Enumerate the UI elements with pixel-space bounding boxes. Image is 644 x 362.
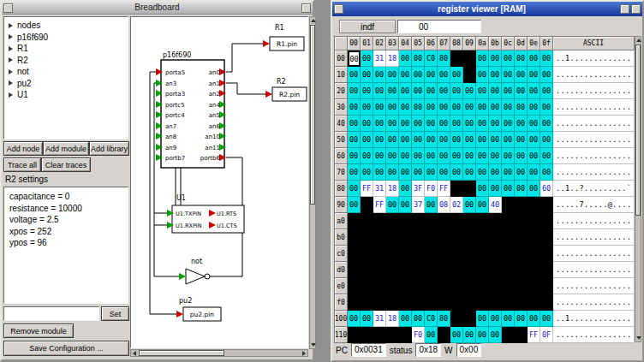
reg-cell[interactable]: 00 (361, 132, 373, 148)
reg-cell[interactable]: 00 (476, 164, 489, 181)
reg-cell[interactable]: 00 (515, 67, 528, 83)
reg-cell[interactable] (450, 294, 463, 311)
reg-cell[interactable]: 00 (386, 132, 399, 148)
reg-cell[interactable] (502, 246, 515, 262)
scroll-down-icon[interactable] (311, 343, 316, 347)
reg-cell[interactable]: 00 (438, 148, 450, 164)
reg-cell[interactable]: 00 (348, 50, 361, 67)
reg-cell[interactable]: 00 (450, 116, 463, 132)
reg-col-header[interactable]: 0f (540, 37, 553, 50)
reg-cell[interactable] (399, 213, 412, 229)
reg-cell[interactable]: 00 (373, 164, 386, 181)
reg-cell[interactable]: 00 (540, 83, 553, 99)
reg-cell[interactable]: 00 (425, 327, 438, 343)
window-menu-icon[interactable] (3, 3, 13, 13)
reg-cell[interactable] (450, 278, 463, 294)
reg-cell[interactable]: 18 (386, 311, 399, 327)
reg-cell[interactable]: 00 (412, 67, 425, 83)
reg-row-header[interactable]: c0 (335, 246, 348, 262)
reg-cell[interactable]: 00 (476, 83, 489, 99)
reg-cell[interactable]: 00 (450, 132, 463, 148)
ascii-cell[interactable]: .....7.....@.... (553, 197, 635, 213)
reg-row-header[interactable]: b0 (335, 229, 348, 246)
reg-cell[interactable] (348, 294, 361, 311)
reg-cell[interactable] (361, 262, 373, 278)
attribute-line[interactable]: resistance = 10000 (4, 204, 128, 216)
reg-row-header[interactable]: 80 (335, 181, 348, 197)
reg-cell[interactable] (438, 294, 450, 311)
reg-cell[interactable]: 00 (425, 116, 438, 132)
reg-cell[interactable] (540, 229, 553, 246)
reg-cell[interactable] (361, 278, 373, 294)
reg-cell[interactable] (515, 197, 528, 213)
reg-cell[interactable] (463, 67, 476, 83)
reg-cell[interactable]: 00 (450, 164, 463, 181)
canvas-vertical-scrollbar[interactable] (309, 16, 316, 349)
tree-item-U1[interactable]: U1 (4, 89, 128, 101)
reg-cell[interactable] (348, 213, 361, 229)
reg-row-header[interactable]: 10 (335, 67, 348, 83)
reg-cell[interactable]: 00 (386, 99, 399, 116)
reg-row-header[interactable]: d0 (335, 262, 348, 278)
reg-cell[interactable] (361, 246, 373, 262)
reg-cell[interactable]: 00 (489, 67, 502, 83)
reg-col-header[interactable]: 03 (386, 37, 399, 50)
reg-cell[interactable] (515, 262, 528, 278)
reg-cell[interactable] (438, 246, 450, 262)
tree-item-R1[interactable]: R1 (4, 43, 128, 55)
reg-cell[interactable]: 00 (476, 327, 489, 343)
reg-cell[interactable]: 00 (476, 311, 489, 327)
reg-cell[interactable]: 00 (502, 67, 515, 83)
reg-cell[interactable] (386, 213, 399, 229)
reg-cell[interactable]: 00 (361, 83, 373, 99)
save-configuration-button[interactable]: Save Configuration ... (3, 341, 129, 356)
reg-cell[interactable] (438, 229, 450, 246)
reg-row-header[interactable]: 60 (335, 148, 348, 164)
reg-cell[interactable]: 00 (412, 99, 425, 116)
reg-cell[interactable] (463, 294, 476, 311)
reg-cell[interactable] (502, 327, 515, 343)
reg-cell[interactable] (502, 262, 515, 278)
reg-cell[interactable] (399, 294, 412, 311)
reg-cell[interactable]: 00 (489, 181, 502, 197)
reg-cell[interactable] (528, 262, 540, 278)
ascii-cell[interactable]: ................ (553, 148, 635, 164)
reg-cell[interactable] (463, 229, 476, 246)
reg-cell[interactable] (425, 229, 438, 246)
reg-cell[interactable] (425, 294, 438, 311)
reg-cell[interactable] (502, 229, 515, 246)
reg-cell[interactable] (476, 213, 489, 229)
reg-cell[interactable]: 00 (476, 197, 489, 213)
reg-cell[interactable]: 00 (463, 148, 476, 164)
reg-cell[interactable]: 00 (463, 116, 476, 132)
reg-col-header[interactable]: 0c (502, 37, 515, 50)
reg-cell[interactable] (412, 213, 425, 229)
reg-cell[interactable]: 00 (463, 132, 476, 148)
reg-cell[interactable]: 00 (463, 327, 476, 343)
reg-cell[interactable]: 00 (515, 132, 528, 148)
reg-cell[interactable] (412, 229, 425, 246)
reg-row-header[interactable]: 70 (335, 164, 348, 181)
reg-cell[interactable] (528, 229, 540, 246)
reg-cell[interactable] (528, 213, 540, 229)
reg-cell[interactable] (399, 229, 412, 246)
reg-cell[interactable]: 00 (528, 181, 540, 197)
expander-icon[interactable] (9, 80, 13, 86)
reg-cell[interactable]: 00 (399, 164, 412, 181)
reg-cell[interactable]: 00 (386, 148, 399, 164)
grid-corner[interactable] (335, 37, 348, 50)
reg-cell[interactable]: 00 (425, 83, 438, 99)
reg-cell[interactable]: 00 (438, 132, 450, 148)
reg-cell[interactable]: 00 (463, 164, 476, 181)
reg-cell[interactable] (463, 50, 476, 67)
ascii-cell[interactable]: ................ (553, 294, 635, 311)
close-icon[interactable] (301, 3, 311, 13)
scrollbar-thumb[interactable] (635, 45, 641, 216)
reg-col-header[interactable]: 0d (515, 37, 528, 50)
reg-cell[interactable]: 00 (528, 164, 540, 181)
attribute-entry[interactable] (3, 306, 99, 321)
reg-cell[interactable] (425, 278, 438, 294)
reg-cell[interactable]: 00 (361, 148, 373, 164)
reg-cell[interactable] (438, 213, 450, 229)
canvas-horizontal-scrollbar[interactable] (130, 349, 308, 357)
